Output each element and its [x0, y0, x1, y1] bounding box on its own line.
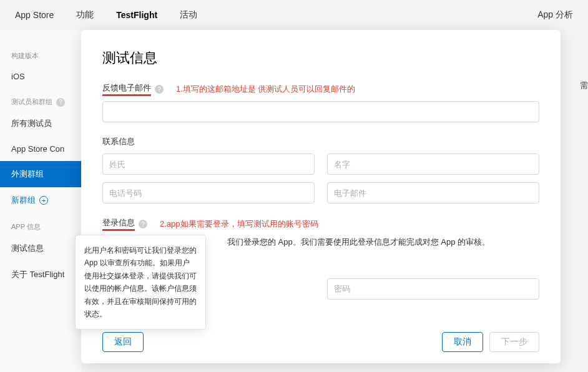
help-icon[interactable]: ? [155, 85, 164, 94]
sidebar-section-builds: 构建版本 [0, 42, 81, 64]
label-login-info: 登录信息 [102, 217, 135, 231]
sidebar-item-test-info[interactable]: 测试信息 [0, 235, 81, 262]
nav-testflight[interactable]: TestFlight [116, 10, 157, 20]
sidebar-new-group[interactable]: 新群组 + [0, 187, 81, 213]
feedback-email-input[interactable] [102, 101, 539, 122]
login-info-tooltip: 此用户名和密码可让我们登录您的 App 以审查所有功能。如果用户使用社交媒体登录… [75, 235, 206, 330]
given-name-input[interactable] [327, 154, 539, 175]
sidebar-item-about-testflight[interactable]: 关于 TestFlight [0, 262, 81, 288]
back-button[interactable]: 返回 [102, 332, 144, 352]
annotation-1: 1.填写的这邮箱地址是 供测试人员可以回复邮件的 [176, 84, 355, 95]
surname-input[interactable] [102, 154, 315, 175]
next-button: 下一步 [489, 332, 539, 352]
sidebar-section-testers: 测试员和群组 ? [0, 89, 81, 110]
sidebar-item-appstore-connect[interactable]: App Store Con [0, 137, 81, 161]
nav-features[interactable]: 功能 [76, 9, 94, 21]
sidebar-item-external-group[interactable]: 外测群组 [0, 161, 81, 187]
sidebar: 构建版本 iOS 测试员和群组 ? 所有测试员 App Store Con 外测… [0, 30, 81, 372]
sidebar-item-all-testers[interactable]: 所有测试员 [0, 110, 81, 137]
phone-input[interactable] [102, 182, 315, 203]
nav-analytics[interactable]: App 分析 [537, 9, 573, 21]
nav-activity[interactable]: 活动 [180, 9, 197, 21]
sidebar-item-ios[interactable]: iOS [0, 64, 81, 89]
sidebar-section-appinfo: APP 信息 [0, 213, 81, 235]
cropped-text: 需 [580, 80, 588, 91]
top-nav: App Store 功能 TestFlight 活动 App 分析 [0, 0, 588, 30]
contact-email-input[interactable] [327, 182, 539, 203]
password-input[interactable] [327, 278, 539, 300]
help-icon[interactable]: ? [56, 98, 65, 107]
cancel-button[interactable]: 取消 [442, 332, 483, 352]
help-icon[interactable]: ? [139, 220, 147, 228]
annotation-2: 2.app如果需要登录，填写测试用的账号密码 [160, 218, 318, 230]
plus-circle-icon: + [39, 196, 48, 205]
modal-title: 测试信息 [102, 49, 539, 67]
label-feedback-email: 反馈电子邮件 [102, 82, 151, 96]
nav-appstore[interactable]: App Store [15, 10, 54, 20]
label-contact-info: 联系信息 [102, 136, 539, 147]
